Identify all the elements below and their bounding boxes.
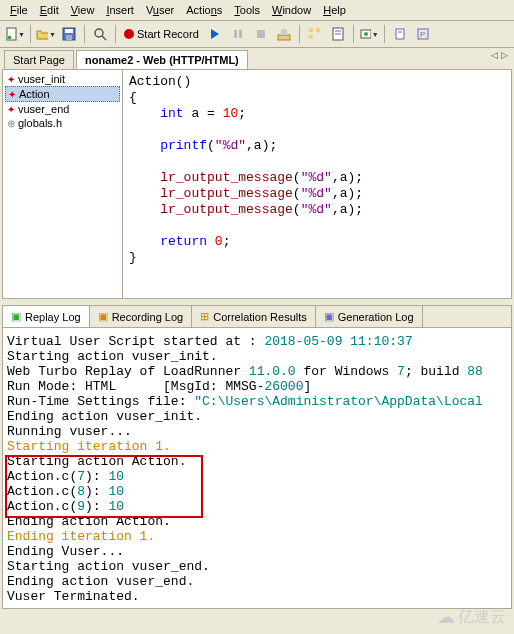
svg-text:P: P (420, 30, 425, 39)
play-icon (211, 29, 219, 39)
action-tree: ✦vuser_init ✦Action ✦vuser_end ⊕globals.… (3, 70, 123, 298)
script-button[interactable] (327, 23, 349, 45)
svg-rect-10 (278, 35, 290, 40)
tab-nav[interactable]: ◁ ▷ (491, 50, 508, 60)
record-icon (124, 29, 134, 39)
log-icon: ▣ (98, 310, 108, 323)
svg-rect-1 (8, 36, 11, 39)
play-button[interactable] (204, 23, 226, 45)
action-icon: ✦ (8, 89, 16, 100)
menu-edit[interactable]: Edit (34, 2, 65, 18)
document-tabs: Start Page noname2 - Web (HTTP/HTML) ◁ ▷ (0, 48, 514, 69)
params-button[interactable]: P (412, 23, 434, 45)
sidebar-item-vuser-init[interactable]: ✦vuser_init (5, 72, 120, 86)
new-button[interactable]: ▼ (4, 23, 26, 45)
action-icon: ✦ (7, 104, 15, 115)
svg-rect-7 (234, 30, 237, 38)
tree-button[interactable] (304, 23, 326, 45)
svg-line-6 (102, 36, 106, 40)
svg-rect-8 (239, 30, 242, 38)
zoom-button[interactable] (89, 23, 111, 45)
sidebar-item-globals[interactable]: ⊕globals.h (5, 116, 120, 130)
pause-button[interactable] (227, 23, 249, 45)
sidebar-item-action[interactable]: ✦Action (5, 86, 120, 102)
editor-area: ✦vuser_init ✦Action ✦vuser_end ⊕globals.… (2, 69, 512, 299)
svg-rect-11 (281, 29, 287, 35)
svg-rect-12 (309, 28, 313, 32)
settings-button[interactable] (389, 23, 411, 45)
tab-generation-log[interactable]: ▣Generation Log (316, 306, 423, 327)
tab-noname2[interactable]: noname2 - Web (HTTP/HTML) (76, 50, 248, 69)
open-button[interactable]: ▼ (35, 23, 57, 45)
menu-view[interactable]: View (65, 2, 101, 18)
start-record-label: Start Record (137, 28, 199, 40)
menu-window[interactable]: Window (266, 2, 317, 18)
log-icon: ▣ (11, 310, 21, 323)
svg-point-19 (364, 32, 368, 36)
start-record-button[interactable]: Start Record (120, 23, 203, 45)
compile-button[interactable] (273, 23, 295, 45)
menu-vuser[interactable]: Vuser (140, 2, 180, 18)
svg-rect-20 (396, 29, 404, 39)
output-panel: ▣Replay Log ▣Recording Log ⊞Correlation … (2, 305, 512, 609)
watermark: ☁亿速云 (437, 606, 506, 628)
svg-point-5 (95, 29, 103, 37)
menu-file[interactable]: File (4, 2, 34, 18)
svg-rect-13 (316, 28, 320, 32)
menu-bar: File Edit View Insert Vuser Actions Tool… (0, 0, 514, 21)
menu-tools[interactable]: Tools (228, 2, 266, 18)
tab-recording-log[interactable]: ▣Recording Log (90, 306, 193, 327)
globe-icon: ⊕ (7, 118, 15, 129)
output-log[interactable]: Virtual User Script started at : 2018-05… (3, 328, 511, 608)
stop-button[interactable] (250, 23, 272, 45)
correlation-icon: ⊞ (200, 310, 209, 323)
tab-start-page[interactable]: Start Page (4, 50, 74, 69)
action-icon: ✦ (7, 74, 15, 85)
toolbar: ▼ ▼ Start Record ▼ P (0, 21, 514, 48)
code-editor[interactable]: Action() { int a = 10; printf("%d",a); l… (123, 70, 511, 298)
svg-rect-3 (65, 29, 73, 33)
svg-rect-14 (309, 35, 313, 39)
tab-correlation[interactable]: ⊞Correlation Results (192, 306, 316, 327)
tab-replay-log[interactable]: ▣Replay Log (3, 306, 90, 327)
menu-actions[interactable]: Actions (180, 2, 228, 18)
svg-rect-4 (66, 35, 72, 40)
sidebar-item-vuser-end[interactable]: ✦vuser_end (5, 102, 120, 116)
output-tabs: ▣Replay Log ▣Recording Log ⊞Correlation … (3, 306, 511, 328)
save-button[interactable] (58, 23, 80, 45)
log-icon: ▣ (324, 310, 334, 323)
task-button[interactable]: ▼ (358, 23, 380, 45)
menu-insert[interactable]: Insert (100, 2, 140, 18)
menu-help[interactable]: Help (317, 2, 352, 18)
svg-rect-9 (257, 30, 265, 38)
